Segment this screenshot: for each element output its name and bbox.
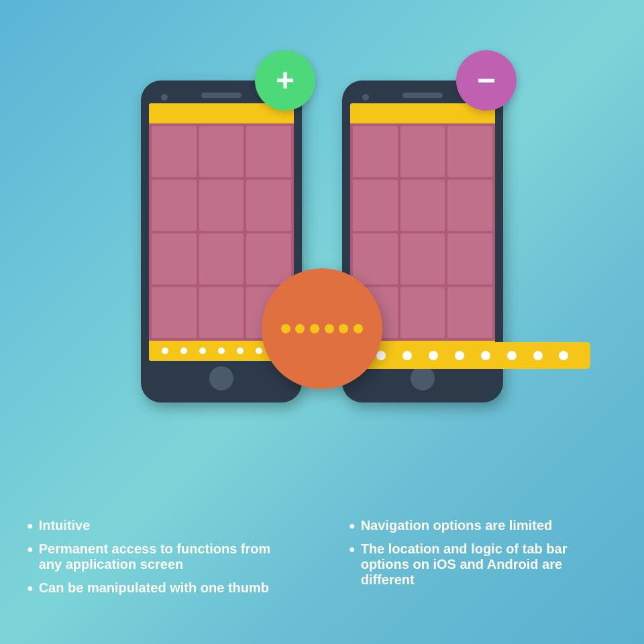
orange-dot [295, 324, 305, 333]
phone-home-right [411, 366, 435, 390]
tab-bar-dot [507, 351, 517, 360]
cons-list: Navigation options are limited The locat… [349, 518, 617, 588]
grid-cell [400, 233, 445, 284]
con-text-1: Navigation options are limited [361, 518, 617, 533]
grid-cell [152, 287, 197, 338]
orange-dot [310, 324, 319, 333]
grid-cell [353, 126, 398, 177]
grid-cell [353, 180, 398, 231]
grid-cell [400, 126, 445, 177]
orange-dot [354, 324, 363, 333]
pro-text-3: Can be manipulated with one thumb [39, 580, 295, 596]
grid-cell [152, 126, 197, 177]
grid-cell [199, 287, 244, 338]
nav-dot [218, 347, 225, 354]
phone-speaker-right [402, 93, 443, 98]
phone-camera-left [161, 94, 168, 101]
nav-dot [180, 347, 187, 354]
grid-cell [152, 233, 197, 284]
cons-column: Navigation options are limited The locat… [322, 504, 644, 617]
grid-cell [447, 233, 492, 284]
tab-bar-dot [559, 351, 568, 360]
nav-dot [199, 347, 206, 354]
grid-cell [447, 287, 492, 338]
con-item-2: The location and logic of tab bar option… [349, 541, 617, 588]
orange-circle-dots [278, 324, 366, 333]
tab-bar-dot [455, 351, 464, 360]
minus-icon-purple: − [477, 64, 496, 97]
grid-cell [447, 180, 492, 231]
grid-cell [199, 126, 244, 177]
pro-item-1: Intuitive [27, 518, 295, 533]
nav-dot [256, 347, 262, 354]
orange-dot [325, 324, 334, 333]
con-item-1: Navigation options are limited [349, 518, 617, 533]
grid-cell [246, 180, 291, 231]
phone-speaker-left [201, 93, 241, 98]
minus-badge-purple: − [456, 50, 517, 111]
nav-dot [162, 347, 168, 354]
background: + [0, 0, 644, 644]
grid-cell [400, 287, 445, 338]
tab-bar-dot [402, 351, 412, 360]
grid-cell [353, 233, 398, 284]
grid-cell [447, 126, 492, 177]
grid-cell [152, 180, 197, 231]
tab-bar-dot [429, 351, 438, 360]
grid-cell [199, 233, 244, 284]
grid-cell [400, 180, 445, 231]
orange-minus-circle [262, 268, 382, 389]
phone-home-left [209, 366, 233, 390]
orange-dot [281, 324, 290, 333]
pro-text-1: Intuitive [39, 518, 295, 533]
plus-badge: + [255, 50, 315, 111]
tab-bar-dot [533, 351, 543, 360]
grid-cell [246, 233, 291, 284]
text-area: Intuitive Permanent access to functions … [0, 504, 644, 617]
tab-bar-dot [481, 351, 490, 360]
orange-dot [339, 324, 348, 333]
grid-cell [199, 180, 244, 231]
grid-cell [246, 126, 291, 177]
tab-bar-dot [376, 351, 386, 360]
pros-column: Intuitive Permanent access to functions … [0, 504, 322, 617]
plus-icon: + [276, 64, 294, 97]
phone-camera-right [362, 94, 369, 101]
con-text-2: The location and logic of tab bar option… [361, 541, 617, 588]
pros-list: Intuitive Permanent access to functions … [27, 518, 295, 596]
pro-text-2: Permanent access to functions from any a… [39, 541, 295, 572]
pro-item-3: Can be manipulated with one thumb [27, 580, 295, 596]
nav-dot [237, 347, 244, 354]
pro-item-2: Permanent access to functions from any a… [27, 541, 295, 572]
